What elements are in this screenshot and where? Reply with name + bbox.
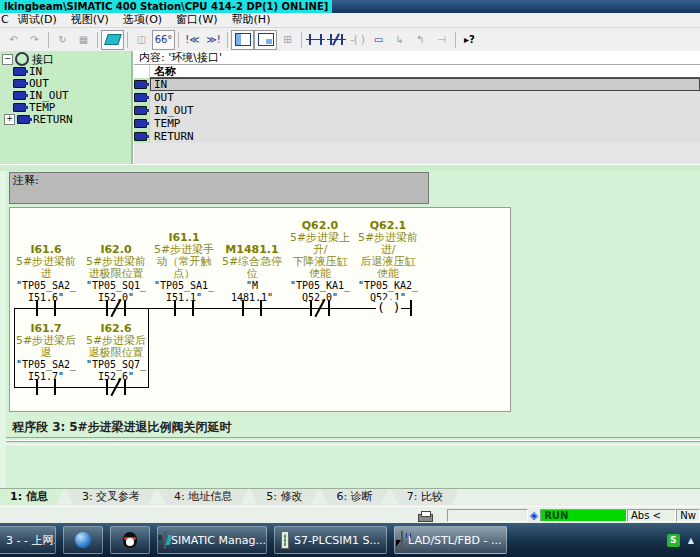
no-contact-symbol[interactable] — [242, 300, 262, 316]
toolbar-separator — [455, 32, 456, 48]
taskbar-button-browser-window[interactable]: 3 - - 上网... — [0, 526, 56, 554]
printer-icon — [418, 511, 433, 521]
stamp-icon[interactable]: ▦ — [73, 31, 94, 49]
menu-bar: C 调试(D) 视图(V) 选项(O) 窗口(W) 帮助(H) — [0, 13, 700, 28]
compare-icon[interactable]: ◫ — [131, 31, 152, 49]
tab-compare[interactable]: 7: 比较 — [391, 489, 459, 505]
tab-cross-reference[interactable]: 3: 交叉参考 — [66, 489, 156, 505]
close-branch-icon[interactable]: ↰ — [410, 31, 431, 49]
network-comment-box[interactable]: 注释: — [9, 172, 429, 204]
no-contact-symbol[interactable] — [174, 300, 194, 316]
interface-tree: − 接口 IN OUT IN_OUT TEMP + — [0, 51, 133, 164]
network-status-field: Nw 2 — [676, 509, 700, 522]
taskbar-button-label: LAD/STL/FBD - ... — [408, 534, 501, 547]
table-row[interactable]: OUT — [134, 91, 700, 104]
context-help-icon[interactable]: ▸? — [459, 31, 480, 49]
taskbar-button-simatic-manager[interactable]: SIMATIC Manag... — [157, 526, 267, 554]
menu-help[interactable]: 帮助(H) — [225, 13, 278, 27]
ladder-element-label: Q62.0 5#步进梁上 升/ 下降液压缸 使能 "TP05_KA1_ Q52.… — [284, 220, 356, 304]
table-row[interactable]: IN_OUT — [134, 104, 700, 117]
ladder-element-label: M1481.1 5#综合急停 位 "M 1481.1" — [216, 244, 288, 304]
no-contact-tool-icon[interactable] — [305, 31, 326, 49]
declaration-icon — [134, 119, 147, 128]
tray-s-icon[interactable]: S — [667, 534, 680, 547]
row-name: TEMP — [150, 117, 700, 130]
menu-plc-partial[interactable]: C — [0, 13, 11, 27]
tree-item-label: RETURN — [33, 113, 73, 126]
tree-item-in[interactable]: IN — [0, 65, 131, 77]
taskbar-button-label: SIMATIC Manag... — [171, 534, 266, 547]
declaration-view-icon[interactable] — [231, 30, 254, 50]
table-row[interactable]: IN — [134, 78, 700, 91]
tree-item-in-out[interactable]: IN_OUT — [0, 89, 131, 101]
ladder-element-label: I61.7 5#步进梁后 退 "TP05_SA2_ I51.7" — [10, 323, 82, 383]
declaration-table: 名称 IN OUT IN_OUT TEMP — [134, 65, 700, 164]
title-bar[interactable]: lkingbeam\SIMATIC 400 Station\CPU 414-2 … — [0, 0, 700, 13]
nc-contact-symbol[interactable] — [310, 300, 330, 316]
menu-view[interactable]: 视图(V) — [64, 13, 116, 27]
lad-editor-window: lkingbeam\SIMATIC 400 Station\CPU 414-2 … — [0, 0, 700, 557]
table-row[interactable]: TEMP — [134, 117, 700, 130]
declaration-icon — [134, 106, 147, 115]
name-column-header: 名称 — [150, 65, 700, 78]
taskbar-button-label: S7-PLCSIM1 S... — [294, 534, 380, 547]
menu-options[interactable]: 选项(O) — [116, 13, 169, 27]
goto-next-error-icon[interactable]: ≫! — [203, 31, 224, 49]
redo-icon[interactable]: ↷ — [24, 31, 45, 49]
comment-view-icon[interactable] — [254, 30, 277, 50]
collapse-icon[interactable]: − — [2, 54, 13, 65]
table-header-row: 名称 — [134, 65, 700, 78]
expand-icon[interactable]: + — [4, 114, 15, 125]
taskbar-button-qq[interactable] — [110, 526, 150, 554]
coil-tool-icon[interactable]: -( ) — [347, 31, 368, 49]
taskbar-button-plcsim[interactable]: S7-PLCSIM1 S... — [274, 526, 387, 554]
ladder-network[interactable]: I61.6 5#步进梁前 进 "TP05_SA2_ I51.6" I62.0 5… — [9, 207, 511, 412]
tab-modify[interactable]: 5: 修改 — [250, 489, 318, 505]
row-name: IN_OUT — [150, 104, 700, 117]
taskbar-button-label: 3 - - 上网... — [6, 533, 56, 548]
tree-item-temp[interactable]: TEMP — [0, 101, 131, 113]
tree-item-out[interactable]: OUT — [0, 77, 131, 89]
coil-symbol[interactable]: ( ) — [376, 300, 401, 316]
system-tray: S ▲ — [667, 534, 700, 547]
tab-address-info[interactable]: 4: 地址信息 — [158, 489, 248, 505]
row-name: IN — [150, 78, 700, 91]
monitor-glasses-icon[interactable]: 66° — [152, 30, 175, 50]
ladder-element-label: I61.6 5#步进梁前 进 "TP05_SA2_ I51.6" — [10, 244, 82, 304]
empty-box-tool-icon[interactable]: ▭ — [368, 31, 389, 49]
goto-previous-error-icon[interactable]: !≪ — [182, 31, 203, 49]
new-network-icon[interactable]: ⊞ — [277, 31, 298, 49]
toolbar: ↶ ↷ ↻ ▦ ◫ 66° !≪ ≫! ⊞ -( ) ▭ ↳ ↰ ⊣ ▸? — [0, 28, 700, 52]
undo-icon[interactable]: ↶ — [3, 31, 24, 49]
menu-window[interactable]: 窗口(W) — [169, 13, 224, 27]
network-title[interactable]: 程序段 3: 5#步进梁进退比例阀关闭延时 — [12, 419, 232, 436]
network-number: 程序段 3: — [12, 420, 65, 434]
nc-contact-tool-icon[interactable] — [326, 31, 347, 49]
toolbar-separator — [301, 32, 302, 48]
nc-contact-symbol[interactable] — [106, 300, 126, 316]
plcsim-icon — [281, 531, 289, 549]
tree-root-interface[interactable]: − 接口 — [0, 53, 131, 65]
nc-contact-symbol[interactable] — [106, 379, 126, 395]
taskbar-button-lad-editor[interactable]: LAD/STL/FBD - ... — [394, 526, 507, 554]
declaration-icon — [134, 132, 147, 141]
rail-tool-icon[interactable]: ⊣ — [431, 31, 452, 49]
update-icon[interactable]: ↻ — [52, 31, 73, 49]
open-branch-icon[interactable]: ↳ — [389, 31, 410, 49]
status-bar: ◈ RUN Abs < 5.2 Nw 2 — [0, 506, 700, 524]
no-contact-symbol[interactable] — [36, 379, 56, 395]
taskbar-button-internet[interactable] — [63, 526, 103, 554]
tab-info[interactable]: 1: 信息 — [0, 489, 64, 505]
toolbar-separator — [227, 32, 228, 48]
declaration-icon — [134, 93, 147, 102]
row-name: RETURN — [150, 130, 700, 143]
bottom-tab-bar: 1: 信息 3: 交叉参考 4: 地址信息 5: 修改 6: 诊断 7: 比较 — [0, 488, 700, 507]
table-row[interactable]: RETURN — [134, 130, 700, 143]
download-icon[interactable] — [101, 30, 124, 50]
menu-debug[interactable]: 调试(D) — [11, 13, 64, 27]
tray-up-arrow-icon[interactable]: ▲ — [688, 536, 694, 545]
tab-diagnostics[interactable]: 6: 诊断 — [321, 489, 389, 505]
tree-item-return[interactable]: + RETURN — [0, 113, 131, 125]
no-contact-symbol[interactable] — [36, 300, 56, 316]
lad-editor-icon — [401, 531, 403, 549]
